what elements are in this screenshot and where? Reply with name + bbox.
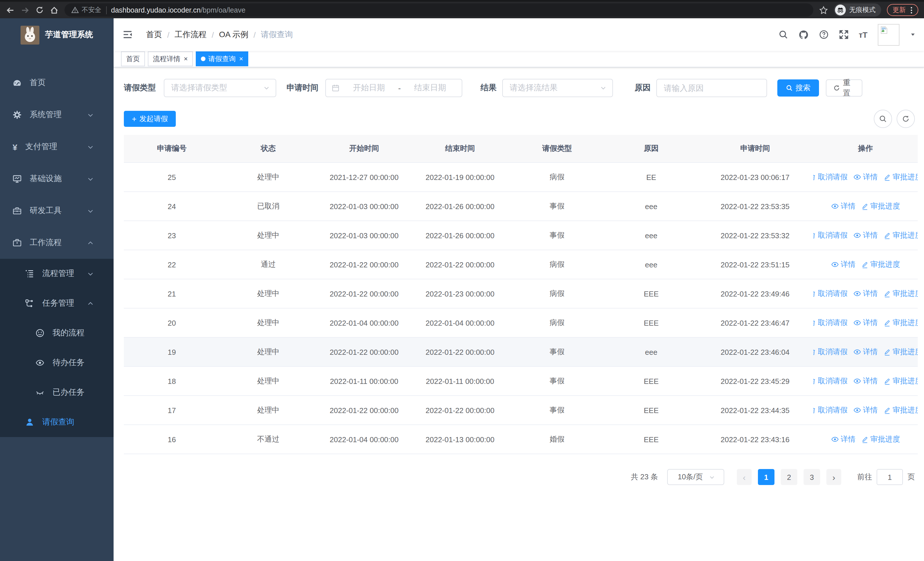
page-size-select[interactable]: 10条/页 <box>667 469 724 485</box>
sidebar-menu: 首页系统管理¥支付管理基础设施研发工具工作流程流程管理任务管理我的流程待办任务已… <box>0 51 114 437</box>
sidebar-item-首页[interactable]: 首页 <box>0 67 114 99</box>
progress-label: 审批进度 <box>870 201 900 211</box>
column-header: 请假类型 <box>508 135 606 162</box>
reload-icon[interactable] <box>35 6 44 14</box>
fullscreen-icon[interactable] <box>838 30 848 39</box>
url-bar[interactable]: 不安全 dashboard.yudao.iocoder.cn/bpm/oa/le… <box>64 3 813 17</box>
reason-input[interactable] <box>657 83 766 93</box>
page-button-3[interactable]: 3 <box>804 469 820 485</box>
table-row: 25处理中2021-12-27 00:00:002022-01-19 00:00… <box>124 162 918 192</box>
search-icon[interactable] <box>778 30 788 39</box>
sidebar-item-工作流程[interactable]: 工作流程 <box>0 227 114 259</box>
help-icon[interactable] <box>819 30 828 39</box>
breadcrumb-item[interactable]: 首页 <box>146 29 162 40</box>
sidebar-item-我的流程[interactable]: 我的流程 <box>0 318 114 348</box>
date-range-picker[interactable]: 开始日期 - 结束日期 <box>325 79 462 97</box>
sidebar-item-任务管理[interactable]: 任务管理 <box>0 289 114 318</box>
cell-end-time: 2022-01-13 00:00:00 <box>411 425 508 454</box>
bookmark-star-icon[interactable] <box>819 5 828 15</box>
close-icon[interactable]: × <box>184 55 188 63</box>
breadcrumb-item[interactable]: 工作流程 <box>175 29 207 40</box>
leave-table: 申请编号状态开始时间结束时间请假类型原因申请时间操作 25处理中2021-12-… <box>124 135 918 454</box>
search-button[interactable]: 搜索 <box>777 80 819 96</box>
forward-icon[interactable] <box>21 5 30 15</box>
sidebar-item-请假查询[interactable]: 请假查询 <box>0 407 114 437</box>
sidebar-item-流程管理[interactable]: 流程管理 <box>0 259 114 289</box>
sidebar-item-支付管理[interactable]: ¥支付管理 <box>0 131 114 163</box>
tab-首页[interactable]: 首页 <box>121 51 145 66</box>
cell-status: 处理中 <box>220 367 317 396</box>
detail-link[interactable]: 详情 <box>853 230 878 241</box>
next-page-button[interactable]: › <box>826 469 841 485</box>
leave-type-select[interactable]: 请选择请假类型 <box>164 79 276 97</box>
sidebar-item-系统管理[interactable]: 系统管理 <box>0 99 114 131</box>
detail-link[interactable]: 详情 <box>831 201 855 211</box>
sidebar-item-基础设施[interactable]: 基础设施 <box>0 163 114 195</box>
cell-apply-time: 2022-01-22 23:45:29 <box>697 367 813 396</box>
detail-link[interactable]: 详情 <box>831 259 855 270</box>
tab-请假查询[interactable]: 请假查询× <box>196 51 248 66</box>
detail-link[interactable]: 详情 <box>853 405 878 415</box>
progress-link[interactable]: 审批进度 <box>884 376 918 386</box>
table-refresh-button[interactable] <box>897 110 915 128</box>
progress-link[interactable]: 审批进度 <box>884 230 918 241</box>
sidebar-item-已办任务[interactable]: 已办任务 <box>0 378 114 407</box>
prev-page-button[interactable]: ‹ <box>737 469 752 485</box>
cancel-link[interactable]: 取消请假 <box>813 405 848 415</box>
cancel-link[interactable]: 取消请假 <box>813 317 848 328</box>
cancel-label: 取消请假 <box>818 289 848 299</box>
font-size-icon[interactable]: ᴛT <box>859 30 867 39</box>
cancel-link[interactable]: 取消请假 <box>813 289 848 299</box>
detail-link[interactable]: 详情 <box>853 289 878 299</box>
close-icon[interactable]: × <box>239 55 243 63</box>
home-icon[interactable] <box>50 5 59 15</box>
progress-link[interactable]: 审批进度 <box>884 289 918 299</box>
cancel-link[interactable]: 取消请假 <box>813 376 848 386</box>
pen-icon <box>884 348 891 356</box>
column-header: 原因 <box>606 135 697 162</box>
sidebar-item-研发工具[interactable]: 研发工具 <box>0 195 114 227</box>
sidebar-collapse-icon[interactable] <box>123 30 132 39</box>
sidebar-item-待办任务[interactable]: 待办任务 <box>0 348 114 378</box>
detail-link[interactable]: 详情 <box>853 172 878 182</box>
chevron-down-icon <box>87 207 94 215</box>
cancel-link[interactable]: 取消请假 <box>813 230 848 241</box>
github-icon[interactable] <box>798 29 808 40</box>
breadcrumb-item[interactable]: OA 示例 <box>219 29 249 40</box>
reset-button[interactable]: 重置 <box>826 80 862 96</box>
detail-link[interactable]: 详情 <box>831 434 855 444</box>
sidebar-item-label: 请假查询 <box>42 417 102 427</box>
result-select[interactable]: 请选择流结果 <box>502 79 613 97</box>
back-icon[interactable] <box>6 5 15 15</box>
browser-menu-icon[interactable] <box>910 6 913 14</box>
caret-down-icon[interactable] <box>910 32 916 38</box>
breadcrumb-item: 请假查询 <box>261 29 293 40</box>
cancel-link[interactable]: 取消请假 <box>813 172 848 182</box>
progress-link[interactable]: 审批进度 <box>884 172 918 182</box>
progress-link[interactable]: 审批进度 <box>884 347 918 357</box>
progress-link[interactable]: 审批进度 <box>884 405 918 415</box>
progress-link[interactable]: 审批进度 <box>884 317 918 328</box>
security-chip[interactable]: 不安全 <box>71 6 101 14</box>
detail-link[interactable]: 详情 <box>853 376 878 386</box>
cell-end-time: 2022-01-26 00:00:00 <box>411 192 508 221</box>
detail-link[interactable]: 详情 <box>853 317 878 328</box>
detail-label: 详情 <box>863 317 878 328</box>
progress-link[interactable]: 审批进度 <box>861 259 900 270</box>
tab-流程详情[interactable]: 流程详情× <box>148 51 193 66</box>
cancel-link[interactable]: 取消请假 <box>813 347 848 357</box>
table-search-button[interactable] <box>874 110 892 128</box>
page-button-2[interactable]: 2 <box>781 469 797 485</box>
breadcrumb-separator: / <box>212 30 214 39</box>
create-leave-button[interactable]: + 发起请假 <box>124 111 176 127</box>
avatar[interactable] <box>878 24 900 45</box>
progress-link[interactable]: 审批进度 <box>861 201 900 211</box>
app-logo[interactable]: 芋道管理系统 <box>0 18 114 51</box>
goto-page-input[interactable] <box>877 469 903 485</box>
trash-icon <box>813 232 816 239</box>
detail-link[interactable]: 详情 <box>853 347 878 357</box>
update-button[interactable]: 更新 <box>887 4 918 16</box>
progress-link[interactable]: 审批进度 <box>861 434 900 444</box>
page-button-1[interactable]: 1 <box>758 469 774 485</box>
page-buttons: 123 <box>752 469 820 485</box>
